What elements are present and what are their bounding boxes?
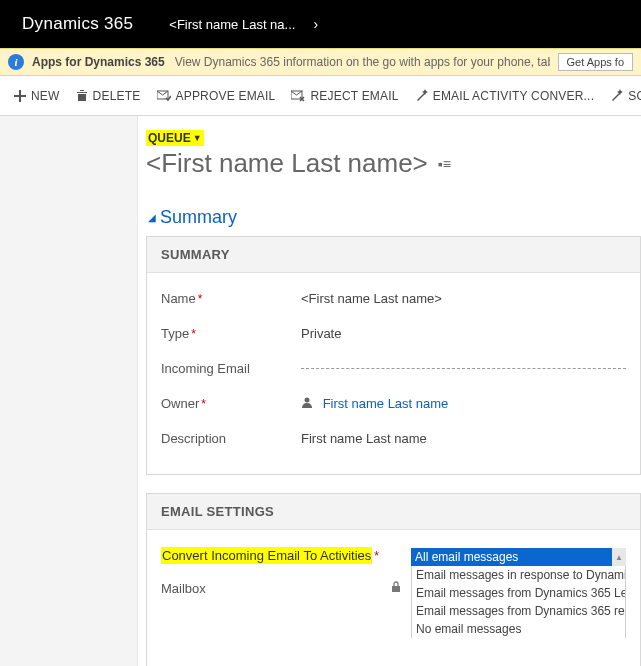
info-icon: i [8, 54, 24, 70]
email-activity-conversion-button[interactable]: EMAIL ACTIVITY CONVER... [407, 76, 603, 115]
dropdown-option[interactable]: Email messages from Dynamics 365 reco [411, 602, 626, 620]
new-button[interactable]: NEW [6, 76, 68, 115]
incoming-email-field-row: Incoming Email [161, 351, 626, 386]
dropdown-option[interactable]: No email messages [411, 620, 626, 638]
notification-text: View Dynamics 365 information on the go … [175, 55, 550, 69]
summary-card: SUMMARY Name* <First name Last name> Typ… [146, 236, 641, 475]
mailbox-label: Mailbox [161, 581, 206, 596]
dropdown-option[interactable]: Email messages from Dynamics 365 Lead [411, 584, 626, 602]
mail-x-icon [291, 90, 305, 102]
wand-icon [610, 89, 623, 102]
delete-button[interactable]: DELETE [68, 76, 149, 115]
mail-check-icon [157, 90, 171, 102]
reject-email-button[interactable]: REJECT EMAIL [283, 76, 406, 115]
incoming-email-label: Incoming Email [161, 361, 250, 376]
chevron-right-icon: › [313, 16, 318, 32]
owner-label: Owner [161, 396, 199, 411]
summary-card-header: SUMMARY [147, 237, 640, 273]
type-field-row: Type* Private [161, 316, 626, 351]
email-settings-card: EMAIL SETTINGS Convert Incoming Email To… [146, 493, 641, 666]
wand-icon [415, 89, 428, 102]
svg-point-2 [305, 398, 310, 403]
breadcrumb[interactable]: <First name Last na... › [155, 16, 332, 32]
top-navigation-bar: Dynamics 365 <First name Last na... › [0, 0, 641, 48]
entity-label-queue[interactable]: QUEUE▼ [146, 130, 204, 146]
description-value[interactable]: First name Last name [301, 431, 626, 446]
convert-email-dropdown[interactable]: All email messages ▲ Email messages in r… [411, 548, 626, 638]
description-label: Description [161, 431, 226, 446]
breadcrumb-text: <First name Last na... [169, 17, 295, 32]
list-icon[interactable]: ▪≡ [438, 156, 451, 172]
dropdown-selected-option[interactable]: All email messages [411, 548, 626, 566]
left-spacer-panel [0, 116, 138, 666]
record-title: <First name Last name> ▪≡ [146, 148, 641, 179]
plus-icon [14, 90, 26, 102]
name-label: Name [161, 291, 196, 306]
type-value[interactable]: Private [301, 326, 626, 341]
notification-title: Apps for Dynamics 365 [32, 55, 165, 69]
summary-section-heading[interactable]: ◢ Summary [148, 207, 641, 228]
caret-down-icon: ▼ [193, 133, 202, 143]
svg-rect-3 [392, 586, 400, 592]
trash-icon [76, 89, 88, 102]
empty-value-line[interactable] [301, 368, 626, 369]
type-label: Type [161, 326, 189, 341]
social-activity-conversion-button[interactable]: SOCIAL ACTIVITY C [602, 76, 641, 115]
owner-value[interactable]: First name Last name [301, 396, 626, 411]
name-value[interactable]: <First name Last name> [301, 291, 626, 306]
email-settings-card-header: EMAIL SETTINGS [147, 494, 640, 530]
get-apps-button[interactable]: Get Apps fo [558, 53, 633, 71]
lock-icon [391, 581, 401, 593]
approve-email-button[interactable]: APPROVE EMAIL [149, 76, 284, 115]
command-bar: NEW DELETE APPROVE EMAIL REJECT EMAIL EM… [0, 76, 641, 116]
main-content: QUEUE▼ <First name Last name> ▪≡ ◢ Summa… [138, 116, 641, 666]
scroll-up-icon[interactable]: ▲ [612, 548, 626, 566]
owner-field-row: Owner* First name Last name [161, 386, 626, 421]
user-icon [301, 396, 317, 411]
triangle-collapse-icon: ◢ [148, 212, 156, 223]
description-field-row: Description First name Last name [161, 421, 626, 456]
convert-email-field-row: Convert Incoming Email To Activities* Ma… [161, 538, 626, 648]
app-logo[interactable]: Dynamics 365 [0, 14, 155, 34]
apps-notification-bar: i Apps for Dynamics 365 View Dynamics 36… [0, 48, 641, 76]
convert-incoming-email-label: Convert Incoming Email To Activities [161, 547, 372, 564]
dropdown-option[interactable]: Email messages in response to Dynamics [411, 566, 626, 584]
name-field-row: Name* <First name Last name> [161, 281, 626, 316]
